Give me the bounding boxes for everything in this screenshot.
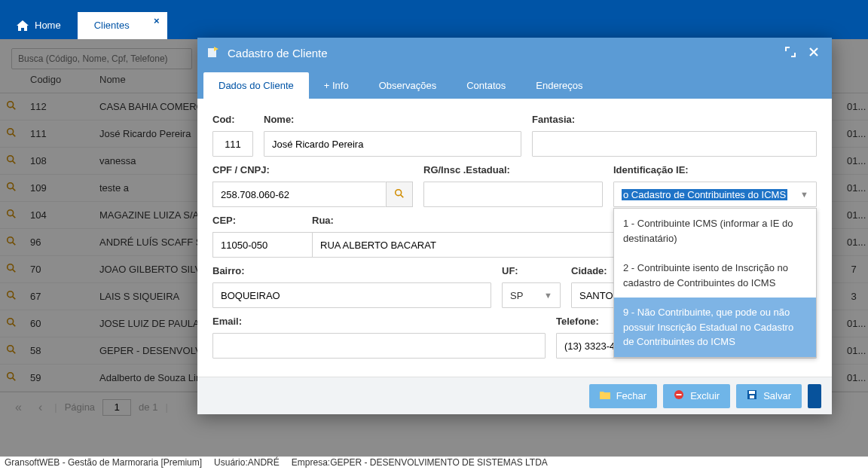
combo-ie-selected: o Cadastro de Contribuintes do ICMS (622, 189, 787, 200)
dropdown-option[interactable]: 1 - Contribuinte ICMS (informar a IE do … (614, 209, 816, 253)
input-rg[interactable] (423, 182, 603, 207)
save-button-label: Salvar (763, 390, 791, 401)
input-nome[interactable] (264, 131, 521, 157)
close-icon[interactable] (806, 44, 821, 62)
status-company-label: Empresa: (292, 457, 330, 468)
combo-identificacao-ie[interactable]: o Cadastro de Contribuintes do ICMS ▼ 1 … (613, 182, 817, 207)
chevron-down-icon: ▼ (544, 291, 552, 300)
svg-rect-31 (750, 395, 754, 398)
tab-info[interactable]: + Info (309, 72, 364, 99)
maximize-icon[interactable] (782, 44, 799, 63)
label-rg: RG/Insc .Estadual: (423, 164, 603, 175)
save-button[interactable]: Salvar (736, 384, 802, 408)
tab-contatos[interactable]: Contatos (451, 72, 521, 99)
input-cpf[interactable] (212, 182, 386, 207)
tab-enderecos[interactable]: Endereços (521, 72, 598, 99)
home-icon (17, 20, 29, 31)
close-button-label: Fechar (616, 390, 646, 401)
more-button[interactable] (808, 384, 821, 408)
svg-point-23 (396, 189, 402, 195)
input-cod[interactable] (212, 131, 253, 157)
modal-cadastro-cliente: Cadastro de Cliente Dados do Cliente + I… (197, 38, 832, 414)
search-icon (394, 188, 405, 201)
folder-icon (600, 390, 610, 401)
label-cep: CEP: (212, 215, 301, 226)
dropdown-option[interactable]: 9 - Não Contribuinte, que pode ou não po… (614, 298, 816, 357)
tab-clientes-label: Clientes (94, 20, 130, 31)
topbar: Home Clientes × (0, 0, 868, 39)
combo-uf[interactable]: SP ▼ (502, 282, 561, 308)
close-icon[interactable]: × (154, 15, 160, 26)
label-uf: UF: (502, 265, 561, 276)
label-cpf: CPF / CNPJ: (212, 164, 413, 175)
modal-footer: Fechar Excluir Salvar (197, 377, 832, 414)
tab-home[interactable]: Home (0, 12, 78, 39)
status-user-label: Usuário: (214, 457, 248, 468)
tab-dados-cliente[interactable]: Dados do Cliente (203, 72, 309, 99)
svg-rect-30 (749, 391, 755, 394)
save-icon (747, 389, 757, 402)
label-identificacao-ie: Identificação IE: (613, 164, 817, 175)
form-icon (208, 47, 220, 60)
form-body: Cod: Nome: Fantasia: CPF / CNPJ: (197, 99, 832, 377)
delete-button-label: Excluir (690, 390, 720, 401)
close-button[interactable]: Fechar (589, 384, 657, 408)
chevron-down-icon: ▼ (800, 190, 808, 199)
tab-clientes[interactable]: Clientes × (78, 12, 167, 39)
tab-observacoes[interactable]: Observações (364, 72, 452, 99)
tab-home-label: Home (35, 20, 61, 31)
label-bairro: Bairro: (212, 265, 491, 276)
modal-titlebar[interactable]: Cadastro de Cliente (197, 38, 832, 68)
delete-button[interactable]: Excluir (663, 384, 730, 408)
dropdown-option[interactable]: 2 - Contribuinte isento de Inscrição no … (614, 253, 816, 298)
input-fantasia[interactable] (532, 131, 817, 157)
modal-title: Cadastro de Cliente (228, 47, 775, 60)
status-app: GransoftWEB - Gestão de Marmoraria [Prem… (5, 457, 202, 468)
status-user: ANDRÉ (248, 457, 280, 468)
input-bairro[interactable] (212, 282, 491, 308)
label-fantasia: Fantasia: (532, 114, 817, 125)
modal-tabs: Dados do Cliente + Info Observações Cont… (197, 68, 832, 99)
delete-icon (674, 389, 684, 402)
search-cpf-button[interactable] (386, 182, 413, 207)
label-nome: Nome: (264, 114, 521, 125)
dropdown-identificacao-ie: 1 - Contribuinte ICMS (informar a IE do … (613, 208, 817, 358)
svg-rect-28 (677, 394, 682, 395)
label-email: Email: (212, 316, 546, 327)
combo-uf-value: SP (510, 290, 523, 301)
svg-line-24 (401, 194, 404, 197)
label-cod: Cod: (212, 114, 253, 125)
status-company: GEPER - DESENVOLVIMENTO DE SISTEMAS LTDA (330, 457, 548, 468)
status-bar: GransoftWEB - Gestão de Marmoraria [Prem… (0, 456, 868, 470)
input-email[interactable] (212, 333, 546, 359)
